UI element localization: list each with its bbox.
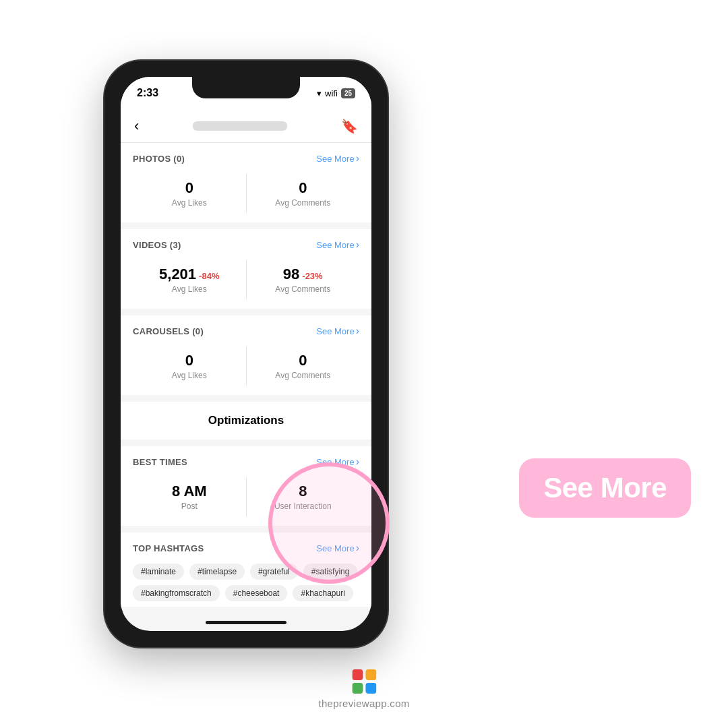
videos-avg-likes-value: 5,201	[159, 266, 196, 283]
hashtag-chip[interactable]: #laminate	[133, 564, 184, 580]
brand-url: thepreviewapp.com	[318, 698, 409, 709]
videos-title: VIDEOS (3)	[133, 240, 181, 250]
best-times-user-label: User Interaction	[274, 502, 332, 511]
videos-avg-comments: 98 -23% Avg Comments	[246, 260, 360, 299]
best-times-title: BEST TIMES	[133, 457, 187, 467]
carousels-title: CAROUSELS (0)	[133, 326, 204, 336]
phone-screen: 2:33 ▾ wifi 25 ‹ 🔖 PHOTOS (0)	[121, 77, 371, 631]
see-more-cta-text: See More	[543, 472, 667, 504]
carousels-avg-comments-label: Avg Comments	[275, 371, 330, 380]
best-times-user: 8 User Interaction	[246, 477, 360, 516]
photos-title: PHOTOS (0)	[133, 154, 185, 164]
branding: thepreviewapp.com	[318, 669, 409, 709]
hashtag-chip[interactable]: #timelapse	[189, 564, 245, 580]
status-time: 2:33	[137, 87, 158, 99]
hashtag-chip[interactable]: #khachapuri	[293, 585, 353, 601]
carousels-avg-likes: 0 Avg Likes	[133, 346, 246, 386]
best-times-user-value: 8	[299, 483, 307, 500]
top-hashtags-section: TOP HASHTAGS See More #laminate#timelaps…	[121, 533, 371, 607]
photos-stats: 0 Avg Likes 0 Avg Comments	[133, 174, 359, 213]
see-more-cta[interactable]: See More	[519, 458, 691, 518]
carousels-avg-likes-value: 0	[185, 352, 193, 369]
carousels-section: CAROUSELS (0) See More 0 Avg Likes 0	[121, 315, 371, 395]
photos-header: PHOTOS (0) See More	[133, 152, 359, 164]
hashtag-chip[interactable]: #satisfying	[303, 564, 358, 580]
best-times-section: BEST TIMES See More 8 AM Post 8	[121, 446, 371, 526]
svg-rect-0	[352, 669, 363, 680]
signal-icon: wifi	[325, 88, 338, 98]
home-indicator	[206, 621, 286, 624]
best-times-see-more[interactable]: See More	[316, 456, 359, 468]
optimizations-title: Optimizations	[208, 414, 284, 427]
photos-avg-likes-value: 0	[185, 179, 193, 197]
svg-rect-1	[365, 669, 376, 680]
photos-avg-likes: 0 Avg Likes	[133, 174, 246, 213]
carousels-header: CAROUSELS (0) See More	[133, 325, 359, 337]
videos-avg-comments-value: 98	[283, 266, 299, 283]
carousels-see-more[interactable]: See More	[316, 325, 359, 337]
videos-see-more[interactable]: See More	[316, 239, 359, 251]
phone-frame: 2:33 ▾ wifi 25 ‹ 🔖 PHOTOS (0)	[104, 61, 388, 647]
top-hashtags-header: TOP HASHTAGS See More	[133, 542, 359, 554]
hashtag-chip[interactable]: #cheeseboat	[225, 585, 288, 601]
videos-avg-comments-change: -23%	[302, 271, 322, 281]
videos-stats: 5,201 -84% Avg Likes 98 -23% Avg Comment…	[133, 260, 359, 299]
best-times-header: BEST TIMES See More	[133, 456, 359, 468]
best-times-stats: 8 AM Post 8 User Interaction	[133, 477, 359, 516]
videos-section: VIDEOS (3) See More 5,201 -84% Avg Likes	[121, 229, 371, 309]
videos-avg-comments-label: Avg Comments	[275, 284, 330, 294]
back-button[interactable]: ‹	[134, 117, 139, 135]
scroll-content[interactable]: PHOTOS (0) See More 0 Avg Likes 0	[121, 143, 371, 607]
videos-avg-likes-label: Avg Likes	[172, 284, 207, 294]
photos-avg-comments-label: Avg Comments	[275, 198, 330, 208]
carousels-stats: 0 Avg Likes 0 Avg Comments	[133, 346, 359, 386]
photos-avg-comments-value: 0	[299, 179, 307, 197]
battery-badge: 25	[341, 88, 355, 98]
carousels-avg-comments: 0 Avg Comments	[246, 346, 360, 386]
hashtag-list: #laminate#timelapse#grateful#satisfying#…	[133, 564, 359, 607]
photos-avg-likes-label: Avg Likes	[172, 198, 207, 208]
carousels-avg-likes-label: Avg Likes	[172, 371, 207, 380]
hashtag-chip[interactable]: #grateful	[250, 564, 298, 580]
top-hashtags-see-more[interactable]: See More	[316, 542, 359, 554]
videos-header: VIDEOS (3) See More	[133, 239, 359, 251]
nav-title	[193, 121, 287, 131]
optimizations-heading: Optimizations	[121, 402, 371, 439]
videos-avg-likes: 5,201 -84% Avg Likes	[133, 260, 246, 299]
best-times-post: 8 AM Post	[133, 477, 246, 516]
nav-bar: ‹ 🔖	[121, 109, 371, 143]
brand-logo-icon	[352, 669, 376, 694]
carousels-avg-comments-value: 0	[299, 352, 307, 369]
phone-mockup: 2:33 ▾ wifi 25 ‹ 🔖 PHOTOS (0)	[104, 61, 388, 647]
videos-avg-likes-change: -84%	[199, 271, 219, 281]
bookmark-icon[interactable]: 🔖	[341, 118, 358, 134]
photos-see-more[interactable]: See More	[316, 152, 359, 164]
phone-notch	[192, 77, 300, 98]
hashtag-chip[interactable]: #bakingfromscratch	[133, 585, 220, 601]
status-icons: ▾ wifi 25	[317, 88, 355, 98]
svg-rect-3	[365, 683, 376, 694]
wifi-icon: ▾	[317, 88, 322, 98]
photos-avg-comments: 0 Avg Comments	[246, 174, 360, 213]
top-hashtags-title: TOP HASHTAGS	[133, 543, 204, 553]
best-times-post-label: Post	[181, 502, 198, 511]
svg-rect-2	[352, 683, 363, 694]
photos-section: PHOTOS (0) See More 0 Avg Likes 0	[121, 143, 371, 222]
best-times-post-value: 8 AM	[172, 483, 207, 500]
